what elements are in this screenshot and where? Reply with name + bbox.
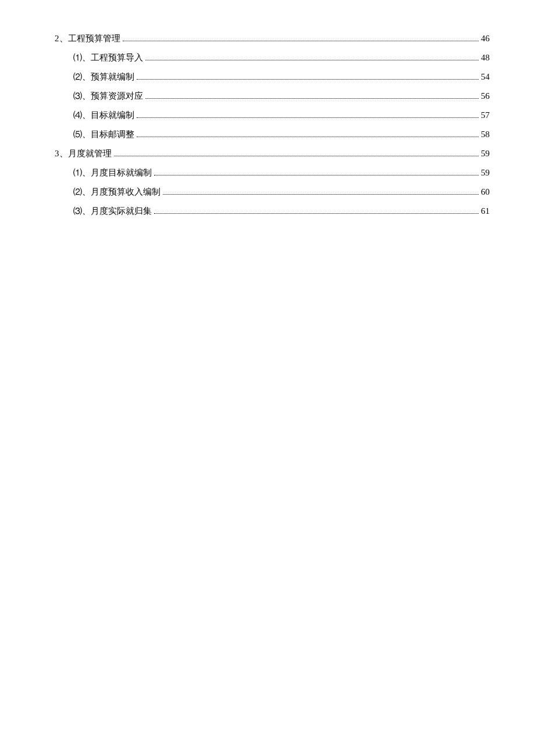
toc-entry[interactable]: ⑸、目标邮调整 58 xyxy=(73,128,490,141)
toc-page: 54 xyxy=(481,71,490,83)
toc-label: ⑶、预算资源对应 xyxy=(73,90,143,102)
toc-dots xyxy=(154,213,479,214)
toc-page: 56 xyxy=(481,90,490,102)
toc-entry[interactable]: ⑵、月度预算收入编制 60 xyxy=(73,186,490,198)
toc-label: ⑴、月度目标就编制 xyxy=(73,167,152,179)
toc-dots xyxy=(137,137,479,137)
toc-dots xyxy=(114,156,479,156)
toc-page: 57 xyxy=(481,109,490,121)
toc-label: 3、月度就管理 xyxy=(55,148,112,160)
toc-page: 59 xyxy=(481,167,490,179)
toc-entry[interactable]: 3、月度就管理 59 xyxy=(55,148,490,160)
toc-page: 60 xyxy=(481,186,490,198)
toc-dots xyxy=(123,41,479,41)
toc-entry[interactable]: ⑷、目标就编制 57 xyxy=(73,109,490,121)
toc-entry[interactable]: ⑴、工程预算导入 48 xyxy=(73,52,490,64)
toc-dots xyxy=(145,98,479,99)
toc-entry[interactable]: ⑵、预算就编制 54 xyxy=(73,71,490,83)
toc-entry[interactable]: ⑶、预算资源对应 56 xyxy=(73,90,490,102)
toc-label: ⑴、工程预算导入 xyxy=(73,52,143,64)
toc-label: ⑵、月度预算收入编制 xyxy=(73,186,160,198)
toc-dots xyxy=(137,79,479,80)
toc-label: ⑶、月度实际就归集 xyxy=(73,205,152,217)
toc-page: 59 xyxy=(481,148,490,160)
toc-dots xyxy=(137,117,479,118)
toc-dots xyxy=(154,175,479,175)
toc-label: ⑸、目标邮调整 xyxy=(73,128,134,141)
toc-entry[interactable]: 2、工程预算管理 46 xyxy=(55,33,490,45)
toc-dots xyxy=(163,194,479,195)
toc-page: 61 xyxy=(481,205,490,217)
toc-page: 58 xyxy=(481,128,490,141)
toc-dots xyxy=(145,60,479,60)
toc-label: ⑷、目标就编制 xyxy=(73,109,134,121)
toc-label: 2、工程预算管理 xyxy=(55,33,120,45)
toc-label: ⑵、预算就编制 xyxy=(73,71,134,83)
toc-page: 46 xyxy=(481,33,490,45)
table-of-contents: 2、工程预算管理 46 ⑴、工程预算导入 48 ⑵、预算就编制 54 ⑶、预算资… xyxy=(55,33,490,217)
toc-page: 48 xyxy=(481,52,490,64)
toc-entry[interactable]: ⑴、月度目标就编制 59 xyxy=(73,167,490,179)
toc-entry[interactable]: ⑶、月度实际就归集 61 xyxy=(73,205,490,217)
